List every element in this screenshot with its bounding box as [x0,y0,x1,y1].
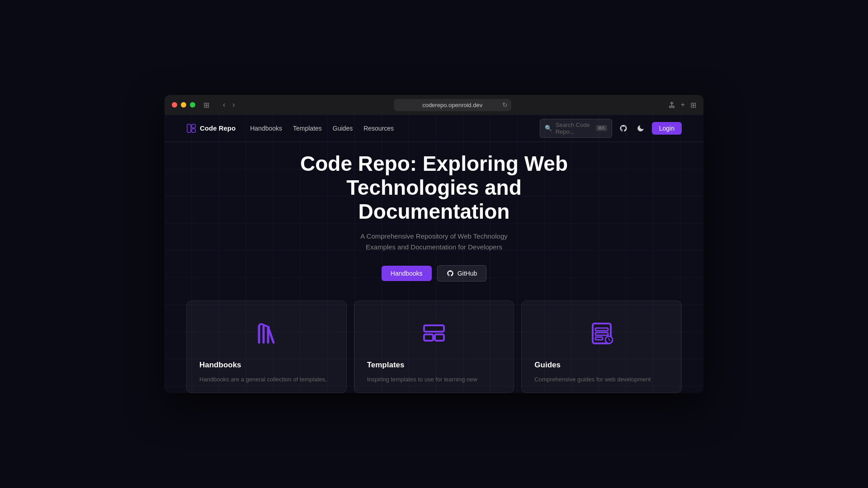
nav-guides[interactable]: Guides [333,125,353,132]
back-button[interactable]: ‹ [221,100,227,110]
search-placeholder: Search Code Repo... [556,122,592,135]
svg-rect-8 [595,333,608,335]
grid-icon[interactable]: ⊞ [690,101,696,109]
sidebar-toggle-button[interactable]: ⊞ [201,100,212,110]
hero-title: Code Repo: Exploring Web Technologies an… [298,152,570,224]
browser-nav: ‹ › [221,100,237,110]
svg-rect-1 [192,124,195,128]
guides-card-title: Guides [534,361,669,370]
address-bar-wrapper: coderepo.openroid.dev ↻ [242,99,663,111]
svg-rect-3 [424,325,444,332]
new-tab-icon[interactable]: + [681,101,685,109]
templates-card[interactable]: Templates Inspiring templates to use for… [354,300,514,394]
github-button[interactable]: GitHub [437,265,487,282]
browser-actions-right: + ⊞ [668,101,696,109]
svg-rect-9 [595,337,603,340]
nav-links: Handbooks Templates Guides Resources [250,124,394,132]
browser-window: ⊞ ‹ › coderepo.openroid.dev ↻ + ⊞ [165,95,703,393]
traffic-lights [172,102,195,108]
handbooks-card-desc: Handbooks are a general collection of te… [199,375,334,384]
search-shortcut: ⌘K [596,125,607,131]
svg-rect-0 [187,124,191,132]
forward-button[interactable]: › [231,100,236,110]
templates-card-icon [416,315,452,352]
nav-resources[interactable]: Resources [363,125,394,132]
github-label: GitHub [458,270,477,277]
nav-handbooks[interactable]: Handbooks [250,125,282,132]
nav-templates[interactable]: Templates [293,125,322,132]
hero-subtitle: A Comprehensive Repository of Web Techno… [348,231,520,253]
svg-rect-5 [435,334,444,341]
logo: Code Repo [186,123,236,133]
logo-icon [186,123,196,133]
search-box[interactable]: 🔍 Search Code Repo... ⌘K [540,119,612,138]
address-bar[interactable]: coderepo.openroid.dev ↻ [394,99,511,111]
page-content: Code Repo Handbooks Templates Guides Res… [165,115,703,393]
theme-toggle-icon[interactable] [635,122,646,134]
handbooks-card-icon [248,315,284,352]
github-nav-icon[interactable] [618,122,629,134]
hero-section: Code Repo: Exploring Web Technologies an… [165,142,703,300]
svg-rect-4 [424,334,433,341]
guides-card[interactable]: Guides Comprehensive guides for web deve… [521,300,682,394]
handbooks-button[interactable]: Handbooks [382,266,432,281]
templates-card-desc: Inspiring templates to use for learning … [367,375,501,384]
maximize-button[interactable] [190,102,195,108]
login-button[interactable]: Login [652,122,682,135]
site-nav: Code Repo Handbooks Templates Guides Res… [165,115,703,142]
templates-card-title: Templates [367,361,501,370]
svg-rect-2 [192,129,195,132]
handbooks-card[interactable]: Handbooks Handbooks are a general collec… [186,300,347,394]
close-button[interactable] [172,102,177,108]
search-icon: 🔍 [545,125,552,131]
url-text: coderepo.openroid.dev [422,102,482,108]
guides-card-icon [584,315,620,352]
svg-rect-7 [595,328,608,331]
logo-text: Code Repo [200,124,236,132]
reload-icon[interactable]: ↻ [502,101,508,108]
browser-toolbar: ⊞ ‹ › coderepo.openroid.dev ↻ + ⊞ [165,95,703,115]
nav-right: 🔍 Search Code Repo... ⌘K Login [540,119,682,138]
minimize-button[interactable] [181,102,186,108]
guides-card-desc: Comprehensive guides for web development [534,375,669,384]
handbooks-card-title: Handbooks [199,361,334,370]
cards-section: Handbooks Handbooks are a general collec… [165,300,703,394]
hero-buttons: Handbooks GitHub [382,265,486,282]
share-icon[interactable] [668,101,675,108]
